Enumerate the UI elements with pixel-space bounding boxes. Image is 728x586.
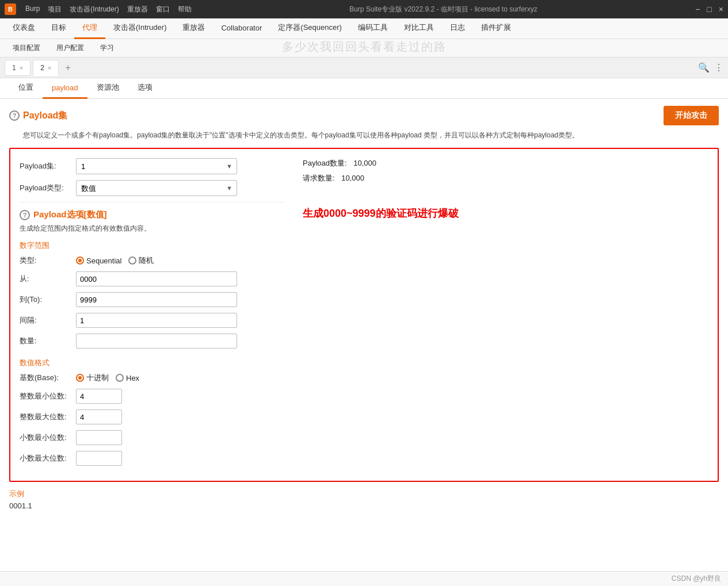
base-label: 基数(Base): — [20, 373, 71, 383]
payload-set-select-wrapper: 1 2 3 4 ▼ — [76, 158, 237, 174]
base-row: 基数(Base): 十进制 Hex — [20, 373, 284, 383]
radio-decimal[interactable]: 十进制 — [76, 373, 109, 383]
minimize-button[interactable]: − — [695, 5, 700, 14]
payload-type-select[interactable]: 数值 简单列表 运行时文件 自定义迭代器 — [76, 180, 237, 196]
nav-project-config[interactable]: 项目配置 — [5, 39, 48, 58]
menu-project[interactable]: 项目 — [48, 5, 62, 14]
menu-burp[interactable]: Burp — [25, 5, 40, 14]
payload-two-col: Payload集: 1 2 3 4 ▼ Payload类型: — [20, 158, 708, 472]
nav-extensions[interactable]: 插件扩展 — [473, 18, 519, 39]
payload-set-label: Payload集: — [20, 161, 71, 171]
annotation-text: 生成0000~9999的验证码进行爆破 — [303, 206, 708, 220]
tab-add-button[interactable]: + — [61, 61, 75, 75]
max-frac-input[interactable] — [76, 451, 122, 466]
radio-random-label: 随机 — [139, 255, 154, 266]
radio-random-dot — [128, 256, 136, 265]
burp-logo: B — [5, 3, 16, 15]
radio-sequential-label: Sequential — [86, 256, 121, 265]
max-int-input[interactable] — [76, 409, 122, 424]
secondary-nav: 项目配置 用户配置 学习 — [0, 39, 728, 58]
tab-1-label: 1 — [12, 64, 16, 72]
options-help-icon[interactable]: ? — [20, 210, 30, 220]
menu-repeater[interactable]: 重放器 — [127, 5, 148, 14]
from-input[interactable] — [76, 271, 237, 286]
search-icon[interactable]: 🔍 — [698, 62, 710, 73]
nav-dashboard[interactable]: 仪表盘 — [5, 18, 43, 39]
sub-tab-position[interactable]: 位置 — [9, 78, 43, 99]
payload-options-title: ? Payload选项[数值] — [20, 209, 284, 220]
window-controls: − □ × — [695, 5, 723, 14]
sub-tab-payload[interactable]: payload — [43, 78, 87, 99]
number-range-label: 数字范围 — [20, 240, 284, 251]
payload-set-row: Payload集: 1 2 3 4 ▼ — [20, 158, 284, 174]
min-frac-label: 小数最小位数: — [20, 432, 71, 443]
nav-target[interactable]: 目标 — [43, 18, 74, 39]
start-attack-button[interactable]: 开始攻击 — [664, 106, 719, 125]
payload-help-icon[interactable]: ? — [9, 110, 20, 121]
max-frac-label: 小数最大位数: — [20, 453, 71, 464]
request-count-row: 请求数量: 10,000 — [303, 173, 708, 183]
tab-bar-right: 🔍 ⋮ — [698, 62, 723, 73]
nav-encoder[interactable]: 编码工具 — [350, 18, 396, 39]
tab-2[interactable]: 2 × — [33, 60, 59, 76]
tab-1-close[interactable]: × — [20, 64, 23, 71]
payload-left-col: Payload集: 1 2 3 4 ▼ Payload类型: — [20, 158, 284, 472]
min-int-input[interactable] — [76, 389, 122, 404]
sub-tab-options[interactable]: 选项 — [128, 78, 162, 99]
base-radio-group: 十进制 Hex — [76, 373, 139, 383]
count-input[interactable] — [76, 334, 237, 348]
radio-sequential[interactable]: Sequential — [76, 256, 121, 265]
nav-repeater[interactable]: 重放器 — [174, 18, 213, 39]
titlebar-menu: Burp 项目 攻击器(Intruder) 重放器 窗口 帮助 — [25, 5, 192, 14]
menu-help[interactable]: 帮助 — [178, 5, 192, 14]
maximize-button[interactable]: □ — [707, 5, 711, 14]
payload-options-section: ? Payload选项[数值] 生成给定范围内指定格式的有效数值内容。 数字范围… — [20, 209, 284, 466]
payload-count-label: Payload数量: — [303, 159, 347, 167]
nav-proxy[interactable]: 代理 — [74, 18, 105, 39]
nav-sequencer[interactable]: 定序器(Sequencer) — [270, 18, 350, 39]
payload-type-label: Payload类型: — [20, 183, 71, 193]
radio-random[interactable]: 随机 — [128, 255, 154, 266]
more-icon[interactable]: ⋮ — [714, 62, 723, 73]
min-frac-input[interactable] — [76, 430, 122, 445]
nav-logger[interactable]: 日志 — [442, 18, 473, 39]
type-radio-group: Sequential 随机 — [76, 255, 154, 266]
nav-comparer[interactable]: 对比工具 — [396, 18, 442, 39]
request-count-label: 请求数量: — [303, 174, 335, 182]
min-int-label: 整数最小位数: — [20, 391, 71, 401]
menu-intruder[interactable]: 攻击器(Intruder) — [70, 5, 119, 14]
payload-options-title-text: Payload选项[数值] — [33, 209, 107, 220]
payload-section-header: ? Payload集 开始攻击 — [9, 106, 719, 125]
tab-2-close[interactable]: × — [48, 64, 51, 71]
menu-window[interactable]: 窗口 — [156, 5, 170, 14]
example-section: 示例 0001.1 — [9, 489, 719, 510]
payload-type-select-wrapper: 数值 简单列表 运行时文件 自定义迭代器 ▼ — [76, 180, 237, 196]
nav-intruder[interactable]: 攻击器(Intruder) — [105, 18, 174, 39]
step-row: 间隔: — [20, 313, 284, 328]
main-content: ? Payload集 开始攻击 您可以定义一个或多个有payload集。payl… — [0, 99, 728, 586]
nav-collaborator[interactable]: Collaborator — [213, 18, 270, 39]
max-int-row: 整数最大位数: — [20, 409, 284, 424]
nav-learn[interactable]: 学习 — [92, 39, 122, 58]
tab-1[interactable]: 1 × — [5, 60, 31, 76]
main-nav: 仪表盘 目标 代理 攻击器(Intruder) 重放器 Collaborator… — [0, 18, 728, 39]
step-label: 间隔: — [20, 315, 71, 325]
payload-set-select[interactable]: 1 2 3 4 — [76, 158, 237, 174]
type-row: 类型: Sequential 随机 — [20, 255, 284, 266]
payload-right-col: Payload数量: 10,000 请求数量: 10,000 生成0000~99… — [284, 158, 708, 472]
max-frac-row: 小数最大位数: — [20, 451, 284, 466]
close-button[interactable]: × — [719, 5, 723, 14]
radio-decimal-label: 十进制 — [86, 373, 109, 383]
payload-section-title: Payload集 — [23, 110, 67, 122]
footer: CSDN @yh野良 — [0, 571, 728, 586]
sub-tab-resource-pool[interactable]: 资源池 — [87, 78, 128, 99]
to-input[interactable] — [76, 292, 237, 307]
max-int-label: 整数最大位数: — [20, 412, 71, 422]
from-label: 从: — [20, 274, 71, 284]
payload-type-row: Payload类型: 数值 简单列表 运行时文件 自定义迭代器 ▼ — [20, 180, 284, 196]
step-input[interactable] — [76, 313, 237, 328]
titlebar: B Burp 项目 攻击器(Intruder) 重放器 窗口 帮助 Burp S… — [0, 0, 728, 18]
radio-hex[interactable]: Hex — [116, 374, 139, 382]
nav-user-config[interactable]: 用户配置 — [48, 39, 92, 58]
payload-description: 您可以定义一个或多个有payload集。payload集的数量取决于"位置"选项… — [23, 130, 719, 141]
